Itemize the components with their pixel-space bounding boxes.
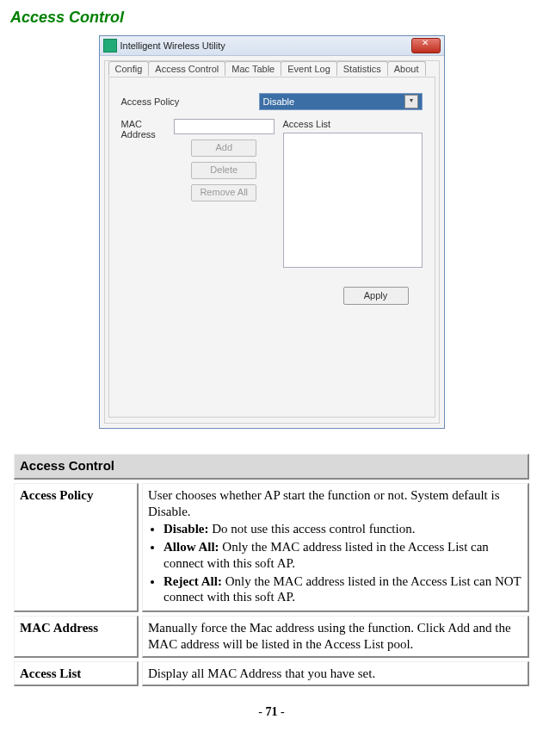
row-key-access-policy: Access Policy [14, 483, 139, 612]
app-icon [103, 39, 117, 53]
tab-about[interactable]: About [387, 61, 426, 76]
tab-strip: Config Access Control Mac Table Event Lo… [108, 61, 435, 76]
access-policy-value: Disable [263, 96, 295, 107]
description-table: Access Control Access Policy User choose… [10, 450, 533, 690]
row-desc-access-list: Display all MAC Address that you have se… [142, 661, 529, 687]
apply-button[interactable]: Apply [343, 287, 409, 305]
table-header: Access Control [14, 454, 529, 480]
tab-statistics[interactable]: Statistics [336, 61, 388, 76]
tab-config[interactable]: Config [108, 61, 150, 76]
tab-event-log[interactable]: Event Log [281, 61, 337, 76]
mac-address-input[interactable] [174, 119, 275, 134]
row-desc-access-policy: User chooses whether AP start the functi… [142, 483, 529, 612]
screenshot-figure: Intelligent Wireless Utility Config Acce… [10, 35, 533, 429]
access-policy-label: Access Policy [121, 96, 190, 107]
row-desc-mac-address: Manually force the Mac address using the… [142, 616, 529, 658]
mac-address-label: MAC Address [121, 119, 175, 139]
row-key-mac-address: MAC Address [14, 616, 139, 658]
page-heading: Access Control [10, 9, 533, 27]
chevron-down-icon: ▾ [404, 95, 418, 108]
page-footer: - 71 - [10, 705, 533, 719]
access-list-box[interactable] [283, 133, 423, 268]
window-title: Intelligent Wireless Utility [120, 40, 411, 51]
app-window: Intelligent Wireless Utility Config Acce… [99, 35, 445, 429]
tab-access-control[interactable]: Access Control [148, 61, 225, 76]
tab-panel: Access Policy Disable ▾ MAC Address Add … [108, 77, 435, 418]
row-key-access-list: Access List [14, 661, 139, 687]
close-icon[interactable] [411, 38, 441, 53]
access-list-label: Access List [283, 119, 423, 129]
titlebar: Intelligent Wireless Utility [100, 36, 444, 56]
access-policy-select[interactable]: Disable ▾ [259, 93, 423, 110]
tab-mac-table[interactable]: Mac Table [225, 61, 281, 76]
delete-button[interactable]: Delete [191, 162, 256, 179]
remove-all-button[interactable]: Remove All [191, 184, 256, 201]
add-button[interactable]: Add [191, 139, 256, 157]
